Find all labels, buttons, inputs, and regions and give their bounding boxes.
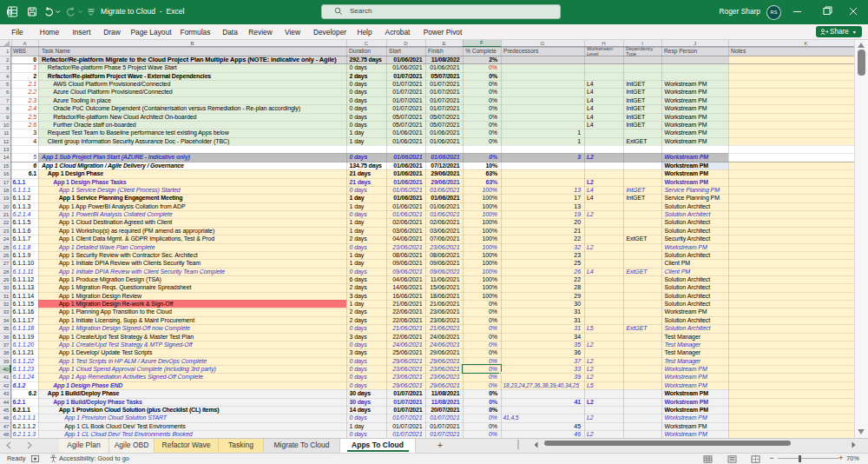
svg-text:X: X xyxy=(8,10,11,15)
